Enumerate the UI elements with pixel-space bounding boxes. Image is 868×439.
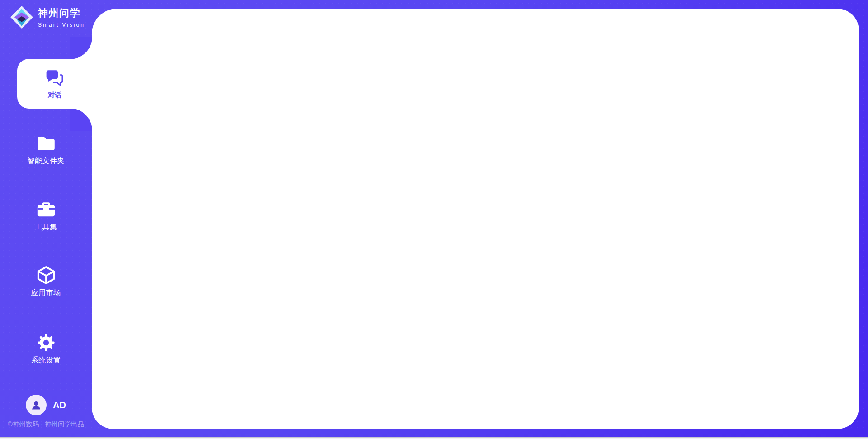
user-profile[interactable]: AD <box>0 395 92 415</box>
gear-icon <box>36 332 57 353</box>
brand-logo: 神州问学 Smart Vision <box>10 5 85 29</box>
sidebar-item-folders[interactable]: 智能文件夹 <box>0 133 92 166</box>
person-icon <box>29 398 43 412</box>
user-name: AD <box>53 400 66 410</box>
main-panel <box>92 9 859 429</box>
sidebar-item-chat[interactable]: 对话 <box>17 59 92 109</box>
sidebar-item-apps[interactable]: 应用市场 <box>0 265 92 298</box>
copyright-text: ©神州数码 · 神州问学出品 <box>0 420 92 429</box>
sidebar-item-label: 对话 <box>48 91 61 100</box>
brand-diamond-icon <box>10 5 33 29</box>
sidebar-item-label: 智能文件夹 <box>27 157 65 166</box>
tab-fillet-bottom <box>70 108 92 131</box>
sidebar-item-label: 系统设置 <box>31 356 61 365</box>
sidebar-item-label: 工具集 <box>35 223 57 232</box>
brand-subtitle: Smart Vision <box>38 22 85 28</box>
sidebar-item-label: 应用市场 <box>31 288 61 298</box>
folder-icon <box>36 133 57 154</box>
window-bottom-edge <box>0 437 868 439</box>
briefcase-icon <box>36 199 57 220</box>
sidebar-item-tools[interactable]: 工具集 <box>0 199 92 232</box>
brand-name: 神州问学 <box>38 6 85 20</box>
cube-icon <box>36 265 57 286</box>
chat-icon <box>45 68 64 87</box>
avatar <box>26 395 47 415</box>
sidebar-item-settings[interactable]: 系统设置 <box>0 332 92 365</box>
tab-fillet-top <box>70 37 92 59</box>
